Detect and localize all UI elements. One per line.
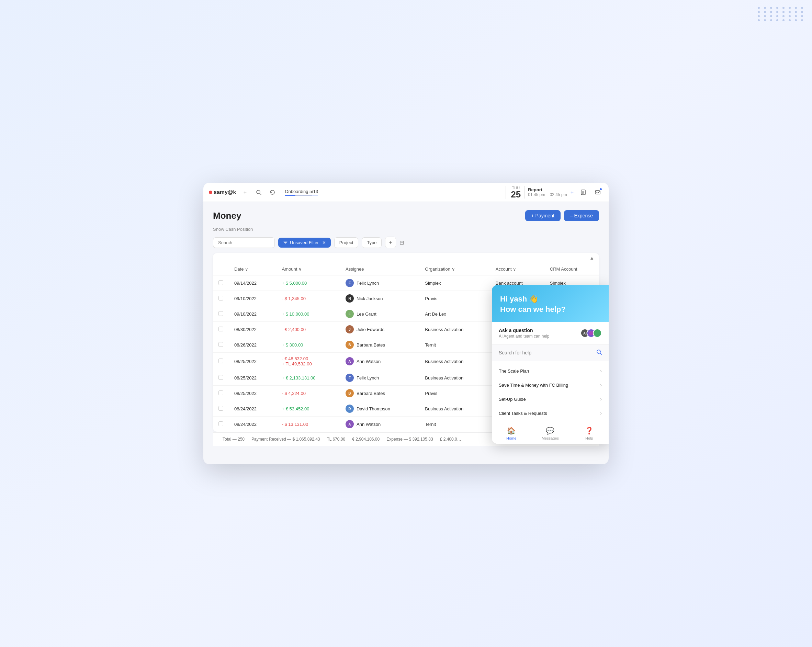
organization-header[interactable]: Organization ∨ (420, 263, 490, 275)
row-assignee: L Lee Grant (340, 306, 420, 322)
row-checkbox-cell (213, 417, 229, 432)
date-block: THU 25 (511, 186, 521, 199)
nav-label: Help (585, 436, 593, 440)
widget-subtitle: How can we help? (500, 305, 600, 314)
add-filter-button[interactable]: + (385, 237, 396, 248)
amount-header[interactable]: Amount ∨ (276, 263, 340, 275)
row-organization: Business Activation (420, 370, 490, 386)
ask-question-title: Ask a question (499, 328, 549, 333)
search-input[interactable] (213, 237, 275, 248)
add-button[interactable]: + (240, 188, 250, 197)
onboarding-label: Onboarding 5/13 (285, 189, 318, 195)
row-organization: Business Activation (420, 322, 490, 337)
account-header[interactable]: Account ∨ (490, 263, 545, 275)
bookmark-button[interactable]: ⊟ (400, 240, 404, 246)
help-link-arrow-icon: › (600, 396, 602, 402)
help-link-item[interactable]: Client Tasks & Requests › (492, 406, 609, 420)
tl-amount: TL 670.00 (327, 437, 345, 442)
row-checkbox-cell (213, 322, 229, 337)
search-help-section[interactable] (492, 345, 609, 361)
row-amount: - $ 4,224.00 (276, 386, 340, 401)
collapse-icon[interactable]: ▲ (589, 255, 594, 261)
widget-nav-item-home[interactable]: 🏠 Home (492, 423, 531, 444)
history-button[interactable] (267, 188, 277, 197)
assignee-avatar: F (345, 374, 354, 382)
assignee-name: David Thompson (357, 406, 390, 411)
row-organization: Ternit (420, 417, 490, 432)
ask-question-section[interactable]: Ask a question AI Agent and team can hel… (492, 322, 609, 345)
row-checkbox-cell (213, 337, 229, 353)
row-checkbox[interactable] (218, 421, 223, 426)
show-cash-position[interactable]: Show Cash Position (213, 227, 599, 232)
row-organization: Ternit (420, 337, 490, 353)
row-checkbox[interactable] (218, 327, 223, 331)
row-checkbox[interactable] (218, 359, 223, 363)
euro-amount: € 2,904,106.00 (352, 437, 380, 442)
row-checkbox-cell (213, 386, 229, 401)
mail-button[interactable] (592, 187, 603, 198)
help-link-label: Client Tasks & Requests (499, 411, 547, 416)
ask-question-text: Ask a question AI Agent and team can hel… (499, 328, 549, 339)
search-button[interactable] (254, 188, 264, 197)
help-link-arrow-icon: › (600, 368, 602, 374)
row-checkbox[interactable] (218, 342, 223, 347)
project-filter[interactable]: Project (334, 237, 358, 248)
assignee-avatar: D (345, 404, 354, 413)
onboarding-pill[interactable]: Onboarding 5/13 (281, 188, 322, 197)
row-amount: - € 48,532.00 + TL 49,532.00 (276, 353, 340, 370)
row-checkbox-cell (213, 353, 229, 370)
assignee-avatar: A (345, 357, 354, 365)
page-title: Money (213, 211, 241, 221)
expense-button[interactable]: – Expense (564, 210, 599, 221)
row-assignee: B Barbara Bates (340, 386, 420, 401)
help-link-item[interactable]: Save Time & Money with FC Billing › (492, 378, 609, 392)
date-day: 25 (511, 190, 521, 199)
date-header[interactable]: Date ∨ (229, 263, 276, 275)
assignee-name: Julie Edwards (357, 327, 385, 332)
widget-body: Ask a question AI Agent and team can hel… (492, 322, 609, 423)
row-checkbox[interactable] (218, 311, 223, 316)
row-date: 08/25/2022 (229, 370, 276, 386)
assignee-header: Assignee (340, 263, 420, 275)
row-checkbox[interactable] (218, 280, 223, 285)
row-organization: Art De Lex (420, 306, 490, 322)
page-header: Money + Payment – Expense (213, 210, 599, 221)
logo-text: samy@k (214, 189, 236, 195)
report-add-button[interactable]: + (571, 189, 574, 195)
table-collapse-bar: ▲ (213, 253, 599, 263)
row-checkbox-cell (213, 370, 229, 386)
svg-line-1 (259, 193, 261, 195)
row-amount: - $ 1,345.00 (276, 291, 340, 306)
payment-button[interactable]: + Payment (525, 210, 560, 221)
filter-close-icon[interactable]: ✕ (322, 240, 326, 245)
search-help-icon (596, 349, 602, 356)
app-logo: samy@k (209, 189, 236, 195)
row-checkbox[interactable] (218, 296, 223, 301)
row-organization: Pravis (420, 386, 490, 401)
row-amount: + € 53,452.00 (276, 401, 340, 417)
row-assignee: F Felix Lynch (340, 275, 420, 291)
search-help-input[interactable] (499, 350, 593, 356)
row-date: 08/24/2022 (229, 401, 276, 417)
help-link-label: The Scale Plan (499, 368, 529, 374)
unsaved-filter-pill[interactable]: Unsaved Filter ✕ (278, 238, 331, 247)
row-checkbox[interactable] (218, 406, 223, 411)
assignee-name: Barbara Bates (357, 391, 385, 396)
checkbox-header (213, 263, 229, 275)
row-checkbox[interactable] (218, 391, 223, 395)
type-filter[interactable]: Type (362, 237, 382, 248)
widget-nav-item-messages[interactable]: 💬 Messages (531, 423, 569, 444)
agent-avatars: AI 🟪 (580, 329, 602, 337)
svg-rect-6 (595, 191, 600, 194)
pounds-amount: £ 2,400.0… (440, 437, 461, 442)
row-date: 09/10/2022 (229, 306, 276, 322)
notes-button[interactable] (578, 187, 589, 198)
help-link-item[interactable]: The Scale Plan › (492, 364, 609, 378)
help-link-item[interactable]: Set-Up Guide › (492, 392, 609, 406)
row-date: 08/26/2022 (229, 337, 276, 353)
row-checkbox[interactable] (218, 375, 223, 380)
widget-nav-item-help[interactable]: ❓ Help (570, 423, 609, 444)
help-link-arrow-icon: › (600, 410, 602, 416)
row-date: 08/24/2022 (229, 417, 276, 432)
row-assignee: A Ann Watson (340, 417, 420, 432)
